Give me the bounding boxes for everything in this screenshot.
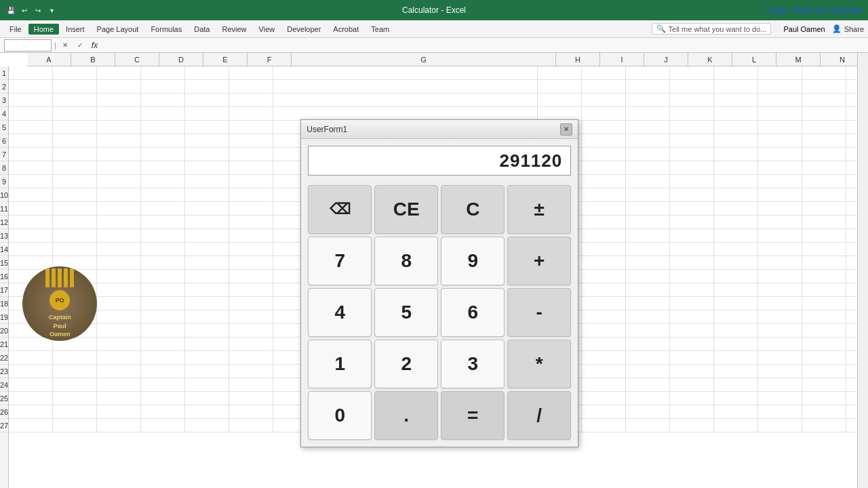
grid-cell[interactable] xyxy=(626,324,670,338)
grid-cell[interactable] xyxy=(714,107,758,121)
cancel-formula-icon[interactable]: ✕ xyxy=(59,39,71,52)
grid-cell[interactable] xyxy=(714,202,758,216)
grid-cell[interactable] xyxy=(97,283,141,297)
menu-file[interactable]: File xyxy=(4,24,27,35)
grid-cell[interactable] xyxy=(626,351,670,365)
grid-cell[interactable] xyxy=(185,283,229,297)
btn-7[interactable]: 7 xyxy=(308,237,372,285)
grid-cell[interactable] xyxy=(802,216,846,229)
btn-0[interactable]: 0 xyxy=(308,391,372,440)
btn-divide[interactable]: / xyxy=(507,391,571,440)
grid-cell[interactable] xyxy=(802,392,846,405)
grid-cell[interactable] xyxy=(670,270,714,283)
grid-cell[interactable] xyxy=(97,161,141,175)
grid-cell[interactable] xyxy=(53,121,97,134)
grid-cell[interactable] xyxy=(802,134,846,148)
grid-cell[interactable] xyxy=(582,270,626,283)
grid-cell[interactable] xyxy=(582,256,626,270)
grid-cell[interactable] xyxy=(9,188,53,202)
grid-cell[interactable] xyxy=(582,94,626,107)
grid-cell[interactable] xyxy=(802,229,846,243)
grid-cell[interactable] xyxy=(53,80,97,94)
grid-cell[interactable] xyxy=(626,216,670,229)
grid-cell[interactable] xyxy=(802,351,846,365)
grid-cell[interactable] xyxy=(141,256,185,270)
grid-cell[interactable] xyxy=(626,392,670,405)
grid-cell[interactable] xyxy=(229,270,273,283)
grid-cell[interactable] xyxy=(97,121,141,134)
grid-cell[interactable] xyxy=(582,338,626,351)
grid-cell[interactable] xyxy=(185,297,229,310)
grid-cell[interactable] xyxy=(9,365,53,378)
grid-cell[interactable] xyxy=(97,94,141,107)
grid-cell[interactable] xyxy=(53,134,97,148)
grid-cell[interactable] xyxy=(758,134,802,148)
grid-cell[interactable] xyxy=(626,229,670,243)
grid-cell[interactable] xyxy=(670,175,714,188)
grid-cell[interactable] xyxy=(626,283,670,297)
grid-cell[interactable] xyxy=(758,121,802,134)
grid-cell[interactable] xyxy=(185,202,229,216)
grid-cell[interactable] xyxy=(626,107,670,121)
btn-9[interactable]: 9 xyxy=(441,237,505,285)
grid-cell[interactable] xyxy=(670,121,714,134)
grid-cell[interactable] xyxy=(626,202,670,216)
grid-cell[interactable] xyxy=(670,283,714,297)
grid-cell[interactable] xyxy=(229,378,273,392)
grid-cell[interactable] xyxy=(185,134,229,148)
grid-cell[interactable] xyxy=(229,365,273,378)
grid-cell[interactable] xyxy=(714,351,758,365)
grid-cell[interactable] xyxy=(141,107,185,121)
grid-cell[interactable] xyxy=(229,107,273,121)
grid-cell[interactable] xyxy=(229,94,273,107)
grid-cell[interactable] xyxy=(670,107,714,121)
grid-cell[interactable] xyxy=(141,121,185,134)
grid-cell[interactable] xyxy=(97,310,141,324)
grid-cell[interactable] xyxy=(53,419,97,432)
grid-cell[interactable] xyxy=(714,148,758,161)
grid-cell[interactable] xyxy=(141,148,185,161)
grid-cell[interactable] xyxy=(582,324,626,338)
grid-cell[interactable] xyxy=(229,243,273,256)
grid-cell[interactable] xyxy=(714,256,758,270)
grid-cell[interactable] xyxy=(97,419,141,432)
grid-cell[interactable] xyxy=(97,134,141,148)
dialog-titlebar[interactable]: UserForm1 ✕ xyxy=(301,120,578,139)
grid-cell[interactable] xyxy=(185,405,229,419)
grid-cell[interactable] xyxy=(714,175,758,188)
grid-cell[interactable] xyxy=(229,405,273,419)
grid-cell[interactable] xyxy=(626,256,670,270)
grid-cell[interactable] xyxy=(9,148,53,161)
grid-cell[interactable] xyxy=(714,324,758,338)
grid-cell[interactable] xyxy=(714,405,758,419)
grid-cell[interactable] xyxy=(9,107,53,121)
grid-cell[interactable] xyxy=(53,175,97,188)
btn-4[interactable]: 4 xyxy=(308,288,372,337)
grid-cell[interactable] xyxy=(714,310,758,324)
grid-cell[interactable] xyxy=(97,66,141,80)
grid-cell[interactable] xyxy=(670,405,714,419)
grid-cell[interactable] xyxy=(229,297,273,310)
grid-cell[interactable] xyxy=(714,338,758,351)
grid-cell[interactable] xyxy=(670,202,714,216)
grid-cell[interactable] xyxy=(53,243,97,256)
grid-cell[interactable] xyxy=(714,270,758,283)
grid-cell[interactable] xyxy=(273,94,538,107)
grid-cell[interactable] xyxy=(758,216,802,229)
grid-cell[interactable] xyxy=(53,229,97,243)
menu-formulas[interactable]: Formulas xyxy=(145,24,187,35)
grid-cell[interactable] xyxy=(670,324,714,338)
grid-cell[interactable] xyxy=(97,216,141,229)
grid-cell[interactable] xyxy=(141,94,185,107)
grid-cell[interactable] xyxy=(185,107,229,121)
btn-equals[interactable]: = xyxy=(441,391,505,440)
grid-cell[interactable] xyxy=(97,243,141,256)
menu-view[interactable]: View xyxy=(254,24,281,35)
grid-cell[interactable] xyxy=(141,134,185,148)
grid-cell[interactable] xyxy=(141,338,185,351)
grid-cell[interactable] xyxy=(802,188,846,202)
grid-cell[interactable] xyxy=(273,107,538,121)
grid-cell[interactable] xyxy=(97,365,141,378)
grid-cell[interactable] xyxy=(53,107,97,121)
grid-cell[interactable] xyxy=(97,297,141,310)
